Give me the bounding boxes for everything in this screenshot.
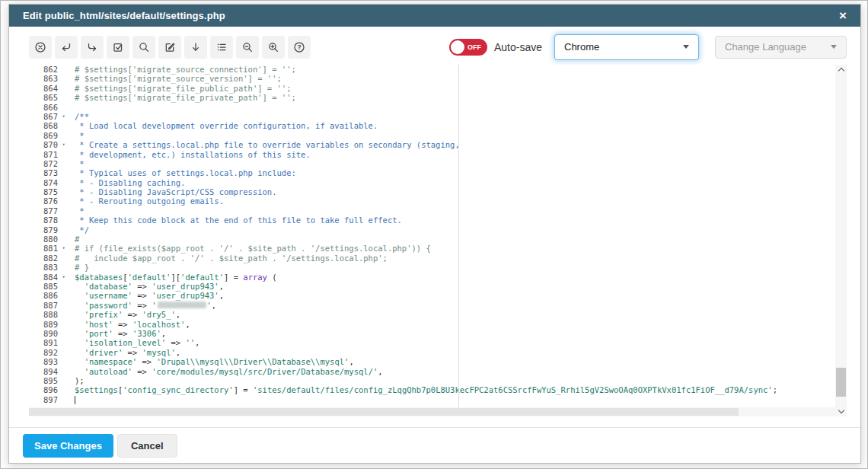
code-token: ] = (224, 273, 243, 282)
close-circle-icon[interactable] (29, 36, 52, 59)
code-line[interactable]: 871 * development, etc.) installations o… (29, 150, 835, 159)
fold-spacer (58, 121, 69, 130)
code-line[interactable]: 895); (29, 376, 835, 385)
code-line[interactable]: 877 * (29, 206, 835, 215)
code-line[interactable]: 874 * - Disabling caching. (29, 178, 835, 187)
scroll-down-icon[interactable] (835, 407, 847, 416)
code-editor[interactable]: 862# $settings['migrate_source_connectio… (29, 65, 847, 416)
code-token (75, 357, 85, 366)
autosave-toggle[interactable]: OFF (449, 39, 487, 56)
check-square-icon[interactable] (107, 36, 129, 59)
code-line[interactable]: 868 * Load local development override co… (29, 121, 835, 130)
code-line[interactable]: 891 'isolation_level' => '', (29, 338, 835, 347)
code-line[interactable]: 897 (29, 395, 835, 404)
code-line[interactable]: 888 'prefix' => 'dry5_', (29, 310, 835, 319)
line-number: 880 (29, 234, 58, 244)
editor-theme-select[interactable]: Chrome (554, 34, 699, 60)
code-token: , (212, 301, 216, 310)
fold-arrow-icon[interactable]: ▾ (58, 140, 69, 149)
horizontal-scrollbar-thumb[interactable] (29, 408, 739, 416)
help-icon[interactable]: ? (288, 36, 311, 59)
save-changes-button[interactable]: Save Changes (23, 434, 113, 458)
code-token: * development, etc.) installations of th… (75, 150, 311, 159)
code-token: 'prefix' (85, 310, 123, 319)
line-number: 892 (29, 348, 58, 357)
code-token: # (75, 234, 79, 244)
code-token: 'dry5_' (142, 310, 176, 319)
code-line[interactable]: 883# } (29, 263, 835, 272)
code-token: 'database' (85, 282, 132, 291)
edit-icon[interactable] (158, 36, 181, 59)
line-number: 872 (29, 159, 58, 168)
line-number: 864 (29, 84, 58, 93)
code-line[interactable]: 896$settings['config_sync_directory'] = … (29, 385, 835, 394)
code-line[interactable]: 875 * - Disabling JavaScript/CSS compres… (29, 187, 835, 196)
code-token: , (219, 291, 224, 300)
code-line[interactable]: 885 'database' => 'user_drup943', (29, 282, 835, 291)
vertical-scrollbar[interactable] (835, 65, 847, 416)
code-line[interactable]: 882# include $app_root . '/' . $site_pat… (29, 254, 835, 263)
code-line[interactable]: 894 'autoload' => 'core/modules/mysql/sr… (29, 367, 835, 376)
code-line[interactable]: 890 'port' => '3306', (29, 329, 835, 338)
code-line[interactable]: 863# $settings['migrate_source_version']… (29, 74, 835, 83)
code-token (75, 301, 85, 310)
line-number: 885 (29, 282, 58, 291)
code-token: => (137, 357, 156, 366)
code-line[interactable]: 893 'namespace' => 'Drupal\\mysql\\Drive… (29, 357, 835, 366)
fold-spacer (58, 159, 69, 168)
code-line[interactable]: 892 'driver' => 'mysql', (29, 348, 835, 357)
fold-arrow-icon[interactable]: ▾ (58, 112, 69, 121)
undo-icon[interactable] (55, 36, 78, 59)
code-line[interactable]: 867▾/** (29, 112, 835, 121)
code-line[interactable]: 878 * Keep this code block at the end of… (29, 215, 835, 225)
code-token: 'port' (85, 329, 113, 338)
line-number: 871 (29, 150, 58, 159)
code-token: , (195, 338, 199, 347)
code-line[interactable]: 869 * (29, 131, 835, 140)
change-language-value: Change Language (725, 41, 806, 53)
list-icon[interactable] (210, 36, 233, 59)
code-line[interactable]: 876 * - Rerouting outgoing emails. (29, 196, 835, 206)
code-line[interactable]: 884▾$databases['default']['default'] = a… (29, 273, 835, 282)
line-number: 883 (29, 263, 58, 272)
code-token: * (75, 131, 85, 140)
redo-icon[interactable] (81, 36, 104, 59)
vertical-scrollbar-thumb[interactable] (836, 368, 846, 397)
change-language-select[interactable]: Change Language (715, 36, 847, 59)
close-icon[interactable]: × (839, 9, 847, 22)
arrow-down-icon[interactable] (184, 36, 207, 59)
code-line[interactable]: 872 * (29, 159, 835, 168)
scroll-up-icon[interactable] (835, 65, 847, 75)
code-line[interactable]: 881▾# if (file_exists($app_root . '/' . … (29, 244, 835, 253)
line-number: 875 (29, 187, 58, 196)
line-number: 882 (29, 254, 58, 263)
code-line[interactable]: 880# (29, 234, 835, 244)
code-token: ' (152, 301, 156, 310)
line-number: 877 (29, 206, 58, 215)
zoom-in-icon[interactable] (262, 36, 285, 59)
fold-arrow-icon[interactable]: ▾ (58, 244, 69, 253)
code-token: 'Drupal\\mysql\\Driver\\Database\\mysql' (157, 357, 349, 366)
code-line[interactable]: 862# $settings['migrate_source_connectio… (29, 65, 835, 74)
code-line[interactable]: 887 'password' => '', (29, 301, 835, 310)
horizontal-scrollbar[interactable] (29, 407, 835, 416)
fold-arrow-icon[interactable]: ▾ (58, 273, 69, 282)
code-editor-lines[interactable]: 862# $settings['migrate_source_connectio… (29, 65, 835, 407)
zoom-out-icon[interactable] (236, 36, 259, 59)
code-token: => (123, 348, 142, 357)
code-token: # $settings['migrate_source_version'] = … (75, 74, 282, 83)
line-number: 889 (29, 320, 58, 329)
code-token: , (378, 367, 382, 376)
code-line[interactable]: 889 'host' => 'localhost', (29, 320, 835, 329)
code-line[interactable]: 886 'username' => 'user_drup943', (29, 291, 835, 300)
code-line[interactable]: 873 * Typical uses of settings.local.php… (29, 168, 835, 177)
code-line[interactable]: 879 */ (29, 225, 835, 234)
code-line[interactable]: 866 (29, 103, 835, 112)
edit-file-dialog: Edit public_html/sites/default/settings.… (8, 4, 861, 464)
cancel-button[interactable]: Cancel (117, 434, 177, 458)
search-icon[interactable] (132, 36, 155, 59)
code-line[interactable]: 865# $settings['migrate_file_private_pat… (29, 93, 835, 102)
code-token: 'namespace' (85, 357, 138, 366)
code-line[interactable]: 870▾ * Create a settings.local.php file … (29, 140, 835, 149)
code-line[interactable]: 864# $settings['migrate_file_public_path… (29, 84, 835, 93)
